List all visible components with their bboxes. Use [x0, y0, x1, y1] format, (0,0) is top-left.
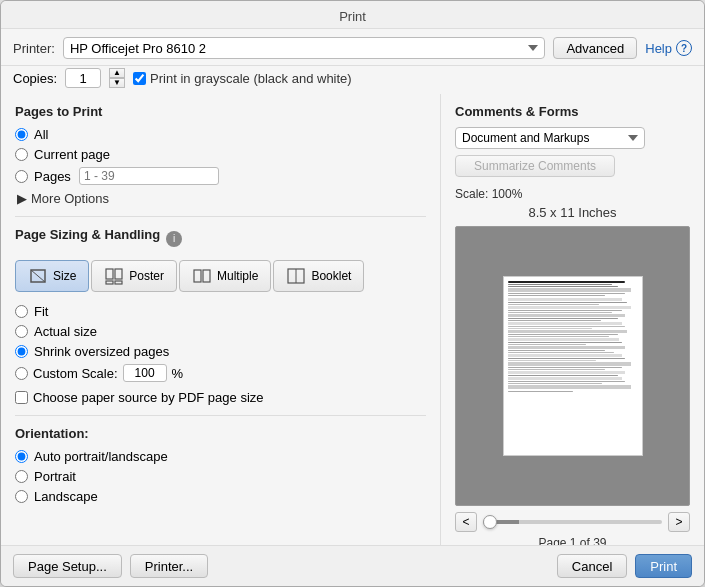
main-content: Pages to Print All Current page Pages ▶	[1, 94, 704, 545]
preview-area	[455, 226, 690, 506]
radio-fit[interactable]: Fit	[15, 304, 426, 319]
comments-forms-title: Comments & Forms	[455, 104, 690, 119]
help-icon[interactable]: ?	[676, 40, 692, 56]
multiple-icon	[192, 266, 212, 286]
scale-input[interactable]	[123, 364, 167, 382]
radio-current-page[interactable]: Current page	[15, 147, 426, 162]
copies-row: Copies: ▲ ▼ Print in grayscale (black an…	[1, 66, 704, 94]
radio-landscape[interactable]: Landscape	[15, 489, 426, 504]
grayscale-label[interactable]: Print in grayscale (black and white)	[133, 71, 352, 86]
page-sizing-header: Page Sizing & Handling i	[15, 227, 426, 250]
pages-to-print-title: Pages to Print	[15, 104, 426, 119]
tab-booklet[interactable]: Booklet	[273, 260, 364, 292]
pdf-source-checkbox[interactable]	[15, 391, 28, 404]
cancel-button[interactable]: Cancel	[557, 554, 627, 578]
pages-range-input[interactable]	[79, 167, 219, 185]
tab-size-label: Size	[53, 269, 76, 283]
copies-down[interactable]: ▼	[109, 78, 125, 88]
svg-rect-3	[115, 269, 122, 279]
bottom-left-buttons: Page Setup... Printer...	[13, 554, 208, 578]
printer-button[interactable]: Printer...	[130, 554, 208, 578]
grayscale-checkbox[interactable]	[133, 72, 146, 85]
tab-poster[interactable]: Poster	[91, 260, 177, 292]
copies-up[interactable]: ▲	[109, 68, 125, 78]
right-panel: Comments & Forms Document and Markups Do…	[441, 94, 704, 545]
nav-prev-button[interactable]: <	[455, 512, 477, 532]
window-title: Print	[339, 9, 366, 24]
title-bar: Print	[1, 1, 704, 29]
page-sizing-title: Page Sizing & Handling	[15, 227, 160, 242]
comments-forms-section: Comments & Forms Document and Markups Do…	[455, 104, 690, 177]
radio-pages[interactable]: Pages	[15, 167, 426, 185]
bottom-bar: Page Setup... Printer... Cancel Print	[1, 545, 704, 586]
comments-forms-select[interactable]: Document and Markups Document Only Form …	[455, 127, 645, 149]
sizing-options: Fit Actual size Shrink oversized pages C…	[15, 304, 426, 382]
radio-custom-scale[interactable]	[15, 367, 28, 380]
grayscale-text: Print in grayscale (black and white)	[150, 71, 352, 86]
pdf-source-label: Choose paper source by PDF page size	[33, 390, 264, 405]
printer-row: Printer: HP Officejet Pro 8610 2 Advance…	[1, 29, 704, 66]
orientation-radio-group: Auto portrait/landscape Portrait Landsca…	[15, 449, 426, 504]
size-icon	[28, 266, 48, 286]
chevron-right-icon: ▶	[17, 191, 27, 206]
help-area: Help ?	[645, 40, 692, 56]
printer-label: Printer:	[13, 41, 55, 56]
custom-scale-row: Custom Scale: %	[15, 364, 426, 382]
copies-input[interactable]	[65, 68, 101, 88]
print-button[interactable]: Print	[635, 554, 692, 578]
preview-page	[503, 276, 643, 456]
poster-icon	[104, 266, 124, 286]
print-dialog: Print Printer: HP Officejet Pro 8610 2 A…	[0, 0, 705, 587]
tab-poster-label: Poster	[129, 269, 164, 283]
info-icon[interactable]: i	[166, 231, 182, 247]
left-panel: Pages to Print All Current page Pages ▶	[1, 94, 441, 545]
paper-size: 8.5 x 11 Inches	[455, 205, 690, 220]
radio-shrink[interactable]: Shrink oversized pages	[15, 344, 426, 359]
page-info: Page 1 of 39	[455, 536, 690, 545]
booklet-icon	[286, 266, 306, 286]
nav-next-button[interactable]: >	[668, 512, 690, 532]
nav-row: < >	[455, 512, 690, 532]
pdf-source-row: Choose paper source by PDF page size	[15, 390, 426, 405]
summarize-button[interactable]: Summarize Comments	[455, 155, 615, 177]
orientation-title: Orientation:	[15, 426, 426, 441]
svg-rect-6	[194, 270, 201, 282]
svg-rect-2	[106, 269, 113, 279]
page-slider[interactable]	[483, 520, 662, 524]
tab-multiple-label: Multiple	[217, 269, 258, 283]
copies-label: Copies:	[13, 71, 57, 86]
percent-label: %	[172, 366, 184, 381]
scale-info: Scale: 100%	[455, 187, 690, 201]
tab-booklet-label: Booklet	[311, 269, 351, 283]
radio-portrait[interactable]: Portrait	[15, 469, 426, 484]
pages-radio-group: All Current page Pages	[15, 127, 426, 185]
bottom-right-buttons: Cancel Print	[557, 554, 692, 578]
radio-actual-size[interactable]: Actual size	[15, 324, 426, 339]
tab-buttons: Size Poster	[15, 260, 426, 292]
advanced-button[interactable]: Advanced	[553, 37, 637, 59]
tab-multiple[interactable]: Multiple	[179, 260, 271, 292]
printer-select[interactable]: HP Officejet Pro 8610 2	[63, 37, 546, 59]
page-setup-button[interactable]: Page Setup...	[13, 554, 122, 578]
preview-content	[508, 281, 638, 451]
svg-rect-7	[203, 270, 210, 282]
tab-size[interactable]: Size	[15, 260, 89, 292]
more-options-label: More Options	[31, 191, 109, 206]
svg-line-1	[31, 270, 45, 282]
svg-rect-5	[115, 281, 122, 284]
help-link[interactable]: Help	[645, 41, 672, 56]
svg-rect-4	[106, 281, 113, 284]
copies-stepper: ▲ ▼	[109, 68, 125, 88]
radio-all[interactable]: All	[15, 127, 426, 142]
radio-auto[interactable]: Auto portrait/landscape	[15, 449, 426, 464]
more-options[interactable]: ▶ More Options	[17, 191, 426, 206]
orientation-section: Orientation: Auto portrait/landscape Por…	[15, 426, 426, 504]
